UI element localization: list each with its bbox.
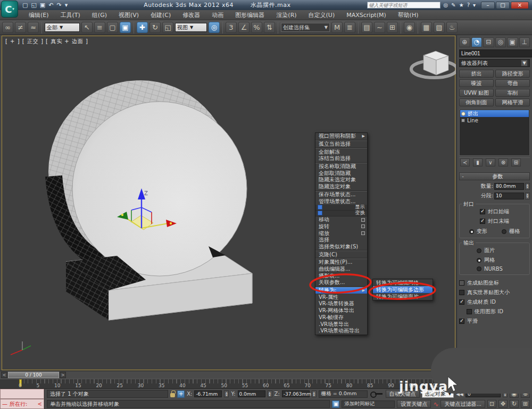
listener-row[interactable] <box>0 389 44 399</box>
menu-item-move[interactable]: 移动 <box>315 216 367 223</box>
modifier-button-bend[interactable]: 弯曲 <box>495 79 530 87</box>
menu-group[interactable]: 组(G) <box>87 10 112 20</box>
mesh-radio[interactable] <box>477 258 481 263</box>
modifier-list-dropdown[interactable]: 修改器列表 ▼ <box>459 59 530 67</box>
modifier-button-extrude[interactable]: 挤出 <box>459 70 494 78</box>
select-and-rotate-icon[interactable]: ↻ <box>149 22 161 33</box>
gen-material-ids-checkbox[interactable] <box>459 299 464 305</box>
menu-item-vray-mesh-export[interactable]: VR-网格体导出 <box>315 307 367 314</box>
menu-item-vray-scene-converter[interactable]: VR-场景转换器 <box>315 301 367 307</box>
add-time-tag[interactable]: 添加时间标记 <box>342 400 395 408</box>
patch-radio[interactable] <box>477 248 481 253</box>
maxscript-mini-listener[interactable]: — 所在行: < <box>0 389 45 409</box>
modifier-button-uvw-map[interactable]: UVW 贴图 <box>459 89 494 97</box>
remove-modifier-icon[interactable]: ⊗ <box>498 158 508 166</box>
percent-snap-icon[interactable]: % <box>251 22 262 33</box>
listener-row[interactable]: — 所在行: < <box>0 399 44 409</box>
make-unique-icon[interactable]: ∨ <box>486 158 495 166</box>
undo-icon[interactable]: ↶ <box>48 2 53 9</box>
maximize-button[interactable]: □ <box>496 2 510 9</box>
spinner-snap-icon[interactable]: ⇅ <box>264 22 275 33</box>
z-spinner[interactable]: ▲▼ <box>312 390 317 397</box>
menu-item-vray-properties[interactable]: VR-属性 <box>315 294 367 301</box>
menu-item-dope-sheet[interactable]: 摄影表... <box>315 272 367 279</box>
search-icon[interactable]: ◎ <box>444 2 448 8</box>
favorites-icon[interactable]: ★ <box>459 2 464 8</box>
next-frame-button[interactable]: > <box>60 372 66 378</box>
object-name-field[interactable] <box>459 49 532 57</box>
orbit-icon[interactable]: ↻ <box>510 400 519 408</box>
stack-item-extrude[interactable]: 挤出 <box>460 110 529 117</box>
schematic-view-icon[interactable]: ⊞ <box>387 22 398 33</box>
tab-hierarchy-icon[interactable]: ⊟ <box>483 37 494 47</box>
modifier-button-noise[interactable]: 噪波 <box>459 79 494 87</box>
crystal-disc-object[interactable] <box>48 80 247 276</box>
segments-field[interactable]: 10 <box>494 193 524 199</box>
viewcube[interactable] <box>411 51 456 78</box>
collapse-icon[interactable]: - <box>460 173 466 179</box>
amount-spinner[interactable]: ▲▼ <box>525 183 530 190</box>
tab-utilities-icon[interactable]: ⊥ <box>519 37 530 47</box>
menu-item-scale[interactable]: 缩放 <box>315 230 367 237</box>
track-bar-ruler[interactable]: 05 1015 2025 3035 4045 5055 6065 7075 80… <box>0 379 455 389</box>
menu-item-save-scene-state[interactable]: 保存场景状态... <box>315 191 367 198</box>
lightbulb-icon[interactable] <box>461 112 466 116</box>
key-filters-button[interactable]: 关键点过滤器... <box>440 400 485 408</box>
modifier-button-lathe[interactable]: 车削 <box>495 89 530 97</box>
menu-item-convert-editable-patch[interactable]: 转换为可编辑面片 <box>373 293 433 300</box>
absolute-mode-icon[interactable]: + <box>177 390 185 398</box>
menu-customize[interactable]: 自定义(U) <box>303 10 340 20</box>
real-world-map-checkbox[interactable] <box>459 290 464 295</box>
help-menu-arrow-icon[interactable]: ▾ <box>473 2 476 8</box>
menu-item-hide-unselected[interactable]: 隐藏未选定对象 <box>315 177 367 183</box>
open-file-icon[interactable]: ◱ <box>31 2 36 9</box>
settings-box-icon[interactable] <box>361 218 365 222</box>
reference-coordinate-dropdown[interactable]: 视图▼ <box>175 23 207 32</box>
select-object-icon[interactable]: ↖ <box>81 22 93 33</box>
menu-item-rotate[interactable]: 旋转 <box>315 223 367 230</box>
rendered-frame-icon[interactable]: ▧ <box>434 22 445 33</box>
morph-radio[interactable] <box>469 229 474 234</box>
modifier-button-bevel-profile[interactable]: 倒角剖面 <box>459 98 494 106</box>
align-icon[interactable]: ≣ <box>344 22 355 33</box>
time-slider-handle[interactable]: 0 / 100 <box>8 372 59 378</box>
viewport[interactable]: [ + ] [ 正交 ] [ 真实 + 边面 ] <box>2 36 455 370</box>
menu-item-curve-editor[interactable]: 曲线编辑器... <box>315 266 367 273</box>
select-by-name-icon[interactable]: ≡ <box>94 22 105 33</box>
menu-views[interactable]: 视图(V) <box>113 10 144 20</box>
tab-modify-icon[interactable]: ◔ <box>471 37 483 47</box>
close-button[interactable]: × <box>511 2 529 9</box>
menu-maxscript[interactable]: MAXScript(M) <box>341 11 392 20</box>
prev-frame-button[interactable]: < <box>1 372 7 378</box>
nurbs-radio[interactable] <box>477 266 481 271</box>
redo-icon[interactable]: ↷ <box>56 2 61 9</box>
show-end-result-icon[interactable]: ▮ <box>473 158 483 166</box>
menu-item-freeze-selection[interactable]: 冻结当前选择 <box>315 155 367 162</box>
cap-start-checkbox[interactable] <box>480 209 485 214</box>
menu-item-clone[interactable]: 克隆(C) <box>315 251 367 258</box>
menu-item-viewport-lighting[interactable]: 视口照明和阴影 ▶ <box>315 133 367 140</box>
use-shape-ids-checkbox[interactable] <box>467 309 472 314</box>
menu-item-wire-parameters[interactable]: 关联参数... <box>315 279 367 286</box>
angle-snap-icon[interactable]: ∠ <box>238 22 250 33</box>
named-selection-dropdown[interactable]: 创建选择集▼ <box>281 23 330 32</box>
menu-item-unhide-by-name[interactable]: 按名称取消隐藏 <box>315 163 367 170</box>
modifier-button-meshsmooth[interactable]: 网格平滑 <box>495 98 530 106</box>
rollout-header[interactable]: - 参数 <box>459 172 530 180</box>
menu-item-unfreeze-all[interactable]: 全部解冻 <box>315 148 367 155</box>
settings-box-icon[interactable] <box>361 224 365 228</box>
grid-radio[interactable] <box>502 229 506 234</box>
app-logo-icon[interactable]: Ϲ▾ <box>1 1 18 18</box>
menu-item-isolate-selection[interactable]: 孤立当前选择 <box>315 141 367 148</box>
stack-item-line[interactable]: Line <box>460 117 529 124</box>
menu-item-convert-editable-mesh[interactable]: 转换为可编辑网格 <box>373 279 433 286</box>
menu-item-hide-selection[interactable]: 隐藏选定对象 <box>315 183 367 190</box>
menu-graph-editors[interactable]: 图形编辑器 <box>230 10 270 20</box>
snap-3d-icon[interactable]: 3 <box>226 22 237 33</box>
menu-rendering[interactable]: 渲染(R) <box>271 10 302 20</box>
rect-selection-region-icon[interactable]: ▢ <box>107 22 118 33</box>
menu-tools[interactable]: 工具(T) <box>55 10 86 20</box>
menu-help[interactable]: 帮助(H) <box>393 10 424 20</box>
tab-display-icon[interactable]: ▣ <box>507 37 518 47</box>
configure-modifier-sets-icon[interactable]: ⊞ <box>511 158 521 166</box>
